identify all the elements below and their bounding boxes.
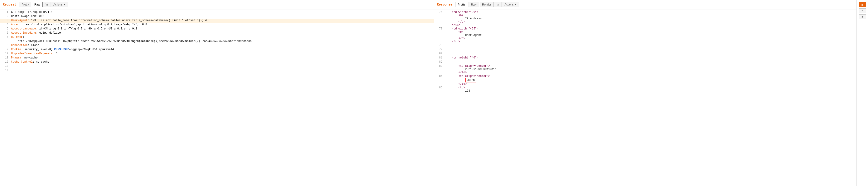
line-number: 8 <box>2 44 8 47</box>
request-line-row: 11Pragma: no-cache <box>0 56 434 60</box>
line-segment: Pragma <box>11 56 21 59</box>
line-number: 77 <box>436 27 442 30</box>
line-content: <td width="465"> <b> User-Agent </b> </t… <box>445 27 855 43</box>
request-line-row: 12Cache-Control: no-cache <box>0 60 434 64</box>
line-segment: Accept <box>11 23 21 26</box>
response-tab-newline[interactable]: \n <box>494 2 501 7</box>
response-line-row: 83 <td align="center"> 2021-01-09 09:13:… <box>434 64 857 74</box>
line-content: Accept-Language: zh-CN,zh;q=0.8,zh-TW;q=… <box>11 27 432 30</box>
line-content: GET /sqli_17.php HTTP/1.1 <box>11 10 432 14</box>
line-segment: Cache-Control <box>11 60 33 64</box>
request-panel-header: Request Pretty Raw \n Actions ▼ <box>0 0 434 9</box>
line-number: 9 <box>2 48 8 51</box>
line-segment: : 1 <box>53 52 58 55</box>
response-line-row: 79 <box>434 48 857 52</box>
response-line-row: 85 <td> 123 <box>434 86 857 93</box>
sidebar-view-icon[interactable]: ⊞ <box>859 14 866 19</box>
response-line-row: 78 <box>434 43 857 48</box>
request-tab-raw[interactable]: Raw <box>32 2 42 7</box>
line-number: 5 <box>2 27 8 30</box>
line-content: <td> 123 <box>445 86 855 93</box>
line-segment: Cookie <box>11 48 21 51</box>
line-number: 2 <box>2 15 8 18</box>
line-number: 11 <box>2 56 8 59</box>
request-line-row: 13 <box>0 64 434 68</box>
response-content: 76 <td width="100"> <b> IP Address </b> … <box>434 9 857 186</box>
response-tab-group: Pretty Raw Render \n Actions ▼ <box>455 2 519 7</box>
line-segment: : security_level=0; <box>21 48 54 51</box>
line-content: Accept: text/html,application/xhtml+xml,… <box>11 23 432 26</box>
line-number: 13 <box>2 64 8 68</box>
line-content: Host: bwapp.com:8888 <box>11 15 432 18</box>
response-actions-chevron: ▼ <box>515 3 517 6</box>
line-content: Accept-Encoding: gzip, deflate <box>11 31 432 34</box>
line-number: 4 <box>2 23 8 26</box>
request-line-row: http://bwapp.com:8888/sqli_15.php?title=… <box>0 39 434 43</box>
line-content: Referer: <box>11 35 432 39</box>
line-number: 84 <box>436 74 442 78</box>
line-segment: : close <box>28 44 39 47</box>
line-segment: Referer <box>11 35 23 39</box>
request-title: Request <box>3 3 17 6</box>
response-tab-render[interactable]: Render <box>479 2 494 7</box>
line-segment: : no-cache <box>33 60 49 64</box>
line-number: 81 <box>436 56 442 59</box>
response-tab-actions[interactable]: Actions ▼ <box>502 2 519 7</box>
line-content: Pragma: no-cache <box>11 56 432 59</box>
line-segment: Accept-Encoding <box>11 31 36 34</box>
request-line-row: 1GET /sqli_17.php HTTP/1.1 <box>0 10 434 14</box>
line-number: 14 <box>2 69 8 72</box>
request-content: 1GET /sqli_17.php HTTP/1.12Host: bwapp.c… <box>0 9 434 186</box>
line-segment: User-Agent <box>11 19 28 22</box>
request-line-row: 5Accept-Language: zh-CN,zh;q=0.8,zh-TW;q… <box>0 27 434 31</box>
list-view-icon[interactable]: ≡ <box>859 8 866 13</box>
line-content: User-Agent: 123',(select table_name from… <box>11 19 432 22</box>
request-tab-actions[interactable]: Actions ▼ <box>51 2 68 7</box>
response-line-row: 84 <td align="center"> users </td> <box>434 74 857 86</box>
line-content: Cache-Control: no-cache <box>11 60 432 64</box>
line-content: <td align="center"> users </td> <box>445 74 855 86</box>
request-tab-pretty[interactable]: Pretty <box>19 2 31 7</box>
line-segment: : zh-CN,zh;q=0.8,zh-TW;q=0.7,zh-HK;q=0.5… <box>36 27 137 30</box>
line-segment: : text/html,application/xhtml+xml,applic… <box>21 23 147 26</box>
line-number: 85 <box>436 86 442 89</box>
line-number: 83 <box>436 64 442 68</box>
request-line-row: 8Connection: close <box>0 43 434 48</box>
line-content: Upgrade-Insecure-Requests: 1 <box>11 52 432 55</box>
line-segment: : <box>23 35 24 39</box>
line-segment: http://bwapp.com:8888/sqli_15.php?title=… <box>11 40 252 43</box>
request-tab-group: Pretty Raw \n Actions ▼ <box>19 2 68 7</box>
response-outer: Response Pretty Raw Render \n Actions ▼ … <box>434 0 868 186</box>
request-line-row: 10Upgrade-Insecure-Requests: 1 <box>0 52 434 56</box>
request-tab-newline[interactable]: \n <box>43 2 51 7</box>
request-line-row: 7Referer: <box>0 35 434 39</box>
view-toggle-sidebar: ▦ ≡ ⊞ <box>857 0 868 186</box>
request-panel: Request Pretty Raw \n Actions ▼ 1GET /sq… <box>0 0 434 186</box>
grid-view-icon[interactable]: ▦ <box>859 2 866 7</box>
response-line-row: 82 <box>434 60 857 64</box>
request-line-row: 6Accept-Encoding: gzip, deflate <box>0 31 434 35</box>
line-number: 7 <box>2 35 8 39</box>
response-panel-header: Response Pretty Raw Render \n Actions ▼ <box>434 0 857 9</box>
line-content: Cookie: security_level=0; PHPSESSID=8gg0… <box>11 48 432 51</box>
request-line-row: 2Host: bwapp.com:8888 <box>0 14 434 19</box>
line-content: <tr height="40"> <box>445 56 855 59</box>
line-number: 3 <box>2 19 8 22</box>
line-segment: =8gg0ppk699qku65flqgnrsve44 <box>69 48 114 51</box>
request-line-row: 3User-Agent: 123',(select table_name fro… <box>0 19 434 23</box>
line-number: 80 <box>436 52 442 55</box>
response-line-row: 77 <td width="465"> <b> User-Agent </b> … <box>434 27 857 43</box>
line-segment: Accept-Language <box>11 27 36 30</box>
line-segment: : no-cache <box>21 56 37 59</box>
line-segment: : gzip, deflate <box>36 31 61 34</box>
response-tab-pretty[interactable]: Pretty <box>455 2 468 7</box>
response-tab-raw[interactable]: Raw <box>469 2 479 7</box>
response-title: Response <box>437 3 453 6</box>
line-number: 79 <box>436 48 442 51</box>
line-segment: GET /sqli_17.php HTTP/1.1 <box>11 10 53 14</box>
line-content: http://bwapp.com:8888/sqli_15.php?title=… <box>11 40 432 43</box>
line-segment: Connection <box>11 44 28 47</box>
line-content: <td align="center"> 2021-01-09 09:13:11 … <box>445 64 855 74</box>
line-segment: Host: bwapp.com:8888 <box>11 15 44 18</box>
actions-chevron: ▼ <box>63 3 65 6</box>
